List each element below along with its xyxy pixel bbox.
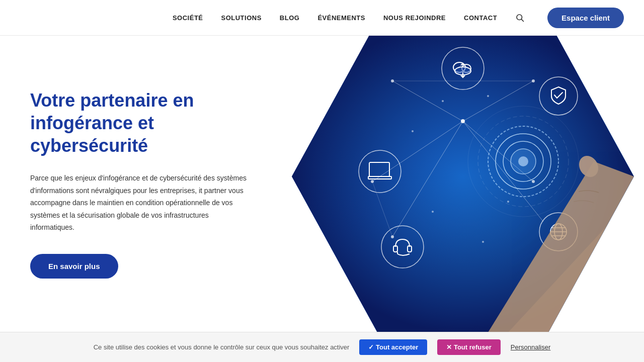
svg-point-14 [371,180,374,183]
svg-point-12 [391,79,394,82]
svg-point-15 [532,180,535,183]
header: SOCIÉTÉ SOLUTIONS BLOG ÉVÉNEMENTS NOUS R… [0,0,644,36]
svg-point-47 [412,130,414,132]
nav-nous-rejoindre[interactable]: NOUS REJOINDRE [383,14,446,22]
hero-image [292,36,644,332]
tech-illustration [292,36,634,332]
svg-point-50 [482,241,484,243]
nav-evenements[interactable]: ÉVÉNEMENTS [317,14,365,22]
svg-point-46 [487,95,489,97]
svg-point-45 [442,100,444,102]
svg-point-49 [432,211,434,213]
hero-content: Votre partenaire en infogérance et cyber… [0,69,272,299]
search-icon[interactable] [515,13,524,22]
svg-point-13 [532,79,535,82]
svg-point-16 [391,235,394,238]
learn-more-button[interactable]: En savoir plus [30,254,118,279]
svg-point-48 [507,201,509,203]
nav-societe[interactable]: SOCIÉTÉ [173,14,203,22]
personalize-cookies-button[interactable]: Personnaliser [511,343,551,351]
svg-point-21 [518,156,528,166]
main-nav: SOCIÉTÉ SOLUTIONS BLOG ÉVÉNEMENTS NOUS R… [173,8,624,28]
hero-title: Votre partenaire en infogérance et cyber… [30,89,247,157]
hero-section: Votre partenaire en infogérance et cyber… [0,36,644,332]
refuse-cookies-button[interactable]: ✕ Tout refuser [437,339,501,355]
nav-solutions[interactable]: SOLUTIONS [221,14,262,22]
svg-point-11 [461,119,465,123]
nav-contact[interactable]: CONTACT [464,14,497,22]
accept-cookies-button[interactable]: ✓ Tout accepter [359,339,427,355]
hero-hex-graphic [292,36,634,332]
espace-client-button[interactable]: Espace client [547,8,624,28]
svg-line-1 [521,19,523,21]
nav-blog[interactable]: BLOG [280,14,300,22]
cookie-bar: Ce site utilise des cookies et vous donn… [0,332,644,362]
cookie-text: Ce site utilise des cookies et vous donn… [94,343,350,351]
hero-description: Parce que les enjeux d'infogérance et de… [30,172,247,234]
